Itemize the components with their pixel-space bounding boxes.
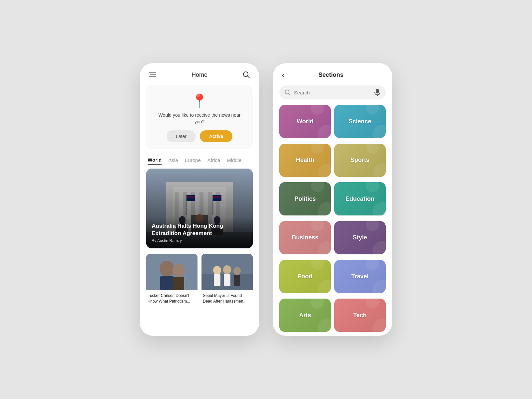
svg-line-45 bbox=[289, 93, 290, 95]
section-card-food[interactable]: Food bbox=[279, 260, 331, 293]
small-article-1[interactable]: Tucker Carlson Doesn't Know What Patriot… bbox=[146, 254, 198, 304]
main-article-author: By Austin Ramzy bbox=[152, 238, 247, 243]
main-article-overlay: Australia Halts Hong Kong Extradition Ag… bbox=[146, 217, 253, 248]
section-card-style[interactable]: Style bbox=[334, 221, 386, 254]
svg-point-42 bbox=[233, 267, 241, 275]
svg-point-40 bbox=[223, 265, 231, 274]
main-article-headline: Australia Halts Hong Kong Extradition Ag… bbox=[152, 222, 247, 237]
svg-line-4 bbox=[247, 76, 249, 78]
location-icon: 📍 bbox=[153, 93, 246, 109]
main-article-card[interactable]: Australia Halts Hong Kong Extradition Ag… bbox=[146, 169, 253, 248]
category-tab-africa[interactable]: Africa bbox=[207, 157, 220, 165]
mic-icon bbox=[374, 89, 380, 96]
back-button[interactable]: ‹ bbox=[279, 70, 287, 80]
menu-button[interactable] bbox=[148, 71, 158, 79]
small-article-1-image bbox=[146, 254, 198, 290]
category-tab-europe[interactable]: Europe bbox=[185, 157, 200, 165]
section-label-food: Food bbox=[298, 273, 313, 280]
section-label-world: World bbox=[297, 118, 314, 125]
svg-rect-33 bbox=[160, 276, 174, 290]
section-card-travel[interactable]: Travel bbox=[334, 260, 386, 293]
small-articles-row: Tucker Carlson Doesn't Know What Patriot… bbox=[146, 254, 253, 304]
section-label-tech: Tech bbox=[353, 312, 367, 319]
section-label-travel: Travel bbox=[351, 273, 368, 280]
news-section: Australia Halts Hong Kong Extradition Ag… bbox=[140, 169, 259, 336]
section-card-health[interactable]: Health bbox=[279, 144, 331, 177]
small-article-2-image bbox=[201, 254, 253, 290]
category-tab-world[interactable]: World bbox=[148, 157, 162, 165]
section-card-business[interactable]: Business bbox=[279, 221, 331, 254]
svg-rect-35 bbox=[173, 277, 184, 290]
section-card-education[interactable]: Education bbox=[334, 182, 386, 215]
svg-point-34 bbox=[173, 264, 185, 277]
svg-point-38 bbox=[213, 266, 221, 275]
category-tabs: WorldAsiaEuropeAfricaMiddle bbox=[140, 154, 259, 169]
section-card-science[interactable]: Science bbox=[334, 105, 386, 138]
search-icon bbox=[285, 89, 291, 95]
location-message: Would you like to receive the news near … bbox=[153, 112, 246, 125]
svg-rect-46 bbox=[376, 89, 379, 93]
section-label-health: Health bbox=[296, 157, 314, 164]
section-label-business: Business bbox=[292, 234, 318, 241]
right-header: ‹ Sections bbox=[273, 63, 392, 84]
left-phone: Home 📍 Would you like to receive the new… bbox=[140, 63, 259, 336]
section-card-world[interactable]: World bbox=[279, 105, 331, 138]
search-input[interactable] bbox=[294, 90, 371, 95]
svg-rect-39 bbox=[214, 274, 220, 286]
category-tab-middle[interactable]: Middle bbox=[227, 157, 241, 165]
location-card: 📍 Would you like to receive the news nea… bbox=[146, 85, 253, 149]
search-bar[interactable] bbox=[279, 85, 386, 99]
home-title: Home bbox=[192, 71, 207, 78]
section-card-tech[interactable]: Tech bbox=[334, 299, 386, 332]
section-card-sports[interactable]: Sports bbox=[334, 144, 386, 177]
small-article-2-headline: Seoul Mayor Is Found Dead After Harassme… bbox=[201, 290, 253, 304]
svg-rect-41 bbox=[224, 274, 230, 286]
location-btn-row: Later Active bbox=[153, 130, 246, 142]
section-label-education: Education bbox=[345, 196, 374, 202]
section-label-sports: Sports bbox=[350, 157, 369, 164]
section-label-politics: Politics bbox=[294, 196, 316, 202]
category-tab-asia[interactable]: Asia bbox=[168, 157, 178, 165]
right-phone: ‹ Sections WorldScienceHealthSportsPolit… bbox=[273, 63, 392, 336]
left-header: Home bbox=[140, 63, 259, 85]
search-button-left[interactable] bbox=[241, 70, 251, 80]
active-button[interactable]: Active bbox=[200, 130, 232, 142]
section-label-science: Science bbox=[348, 118, 371, 125]
section-label-arts: Arts bbox=[299, 312, 311, 319]
small-article-1-headline: Tucker Carlson Doesn't Know What Patriot… bbox=[146, 290, 198, 304]
main-article-image: Australia Halts Hong Kong Extradition Ag… bbox=[146, 169, 253, 248]
later-button[interactable]: Later bbox=[167, 130, 196, 142]
sections-title: Sections bbox=[291, 71, 371, 78]
small-article-2[interactable]: Seoul Mayor Is Found Dead After Harassme… bbox=[201, 254, 253, 304]
section-card-arts[interactable]: Arts bbox=[279, 299, 331, 332]
svg-rect-43 bbox=[234, 275, 240, 286]
svg-point-32 bbox=[160, 261, 174, 277]
section-label-style: Style bbox=[353, 234, 367, 241]
sections-grid: WorldScienceHealthSportsPoliticsEducatio… bbox=[273, 105, 392, 334]
section-card-politics[interactable]: Politics bbox=[279, 182, 331, 215]
